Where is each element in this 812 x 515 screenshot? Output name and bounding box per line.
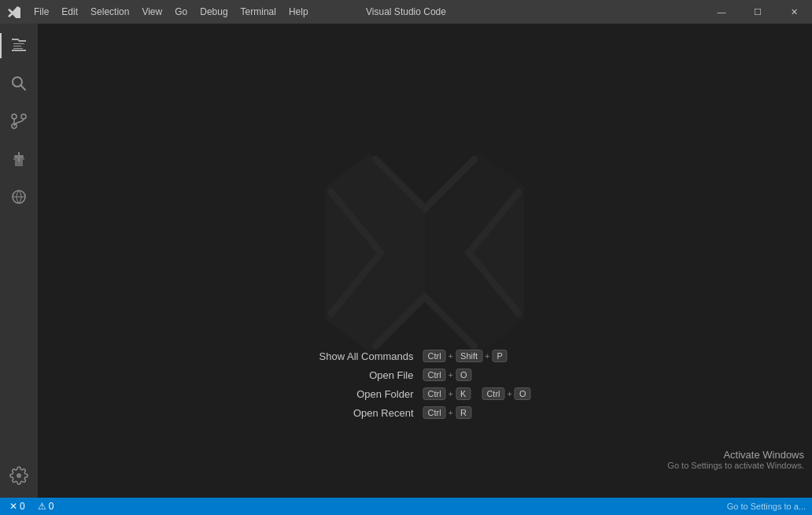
menu-help[interactable]: Help xyxy=(282,0,315,24)
menu-terminal[interactable]: Terminal xyxy=(234,0,282,24)
kbd-o: O xyxy=(456,369,472,381)
kbd-group-open-file: Ctrl + O xyxy=(423,369,472,381)
kbd-ctrl: Ctrl xyxy=(423,350,446,362)
command-label: Open Recent xyxy=(319,407,414,419)
editor-area: Show All Commands Ctrl + Shift + P Open … xyxy=(38,24,812,498)
command-open-folder: Open Folder Ctrl + K Ctrl + O xyxy=(319,387,531,400)
svg-point-7 xyxy=(21,114,26,119)
svg-rect-0 xyxy=(13,43,24,44)
svg-point-6 xyxy=(12,114,17,119)
activate-windows-watermark: Activate Windows Go to Settings to activ… xyxy=(667,449,804,470)
warning-count: 0 xyxy=(49,501,54,512)
window-controls: — ☐ ✕ xyxy=(703,0,812,24)
menu-bar: File Edit Selection View Go Debug Termin… xyxy=(28,0,315,24)
statusbar-errors[interactable]: ✕ 0 xyxy=(6,498,28,515)
kbd-ctrl: Ctrl xyxy=(423,369,446,381)
error-count: 0 xyxy=(20,501,25,512)
app-logo xyxy=(0,6,28,18)
menu-view[interactable]: View xyxy=(135,0,168,24)
activity-bar-bottom xyxy=(0,457,38,495)
kbd-o2: O xyxy=(515,387,531,400)
command-label: Show All Commands xyxy=(319,350,414,362)
close-button[interactable]: ✕ xyxy=(776,0,812,24)
minimize-button[interactable]: — xyxy=(703,0,740,24)
menu-selection[interactable]: Selection xyxy=(84,0,135,24)
activate-windows-line2: Go to Settings to activate Windows. xyxy=(667,461,804,470)
command-show-all: Show All Commands Ctrl + Shift + P xyxy=(319,350,531,362)
menu-file[interactable]: File xyxy=(28,0,55,24)
warning-icon: ⚠ xyxy=(38,501,46,512)
statusbar-left: ✕ 0 ⚠ 0 xyxy=(6,498,57,515)
svg-rect-1 xyxy=(13,46,21,46)
vscode-logo xyxy=(315,143,535,363)
svg-rect-2 xyxy=(13,48,23,49)
kbd-group-show-all: Ctrl + Shift + P xyxy=(423,350,507,362)
command-label: Open File xyxy=(319,369,414,381)
activate-windows-line1: Activate Windows xyxy=(667,449,804,461)
kbd-ctrl: Ctrl xyxy=(423,406,446,419)
menu-edit[interactable]: Edit xyxy=(55,0,84,24)
kbd-k: K xyxy=(456,387,471,400)
statusbar-right: Go to Settings to a... xyxy=(727,502,806,511)
kbd-ctrl2: Ctrl xyxy=(482,387,504,400)
kbd-ctrl: Ctrl xyxy=(423,387,446,400)
kbd-group-open-folder: Ctrl + K Ctrl + O xyxy=(423,387,531,400)
titlebar: File Edit Selection View Go Debug Termin… xyxy=(0,0,812,24)
statusbar-warnings[interactable]: ⚠ 0 xyxy=(35,498,57,515)
commands-section: Show All Commands Ctrl + Shift + P Open … xyxy=(319,350,531,419)
settings-icon[interactable] xyxy=(0,457,38,495)
activity-bar xyxy=(0,24,38,498)
sidebar-item-search[interactable] xyxy=(0,65,38,102)
menu-go[interactable]: Go xyxy=(168,0,194,24)
kbd-p: P xyxy=(493,350,507,362)
statusbar: ✕ 0 ⚠ 0 Go to Settings to a... xyxy=(0,498,812,515)
sidebar-item-explorer[interactable] xyxy=(0,27,38,65)
kbd-group-open-recent: Ctrl + R xyxy=(423,406,472,419)
kbd-shift: Shift xyxy=(456,350,482,362)
svg-line-4 xyxy=(21,86,26,91)
maximize-button[interactable]: ☐ xyxy=(740,0,776,24)
command-open-recent: Open Recent Ctrl + R xyxy=(319,406,531,419)
sidebar-item-source-control[interactable] xyxy=(0,102,38,140)
sidebar-item-extensions[interactable] xyxy=(0,140,38,178)
main-layout: Show All Commands Ctrl + Shift + P Open … xyxy=(0,24,812,498)
command-open-file: Open File Ctrl + O xyxy=(319,369,531,381)
sidebar-item-remote[interactable] xyxy=(0,178,38,216)
command-label: Open Folder xyxy=(319,388,414,400)
statusbar-right-text: Go to Settings to a... xyxy=(727,502,806,511)
error-icon: ✕ xyxy=(9,501,17,512)
window-title: Visual Studio Code xyxy=(366,6,446,17)
menu-debug[interactable]: Debug xyxy=(194,0,234,24)
kbd-r: R xyxy=(456,406,471,419)
